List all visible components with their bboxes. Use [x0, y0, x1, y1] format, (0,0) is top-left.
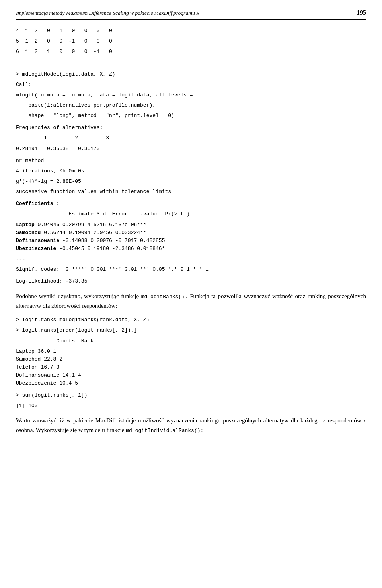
frequencies-header: Frequencies of alternatives: [16, 124, 366, 132]
page-title: Implementacja metody Maximum Difference … [16, 9, 199, 17]
signif-codes: Signif. codes: 0 '***' 0.001 '**' 0.01 '… [16, 266, 366, 273]
coeff-row-ubezpieczenie: Ubezpieczenie -0.45045 0.19180 -2.3486 0… [16, 245, 366, 253]
matrix-row-5: 5 1 2 0 0 -1 0 0 0 [16, 37, 366, 45]
coeff-row-dofinansowanie: Dofinansowanie -0.14088 0.20076 -0.7017 … [16, 237, 366, 245]
code-line-3: mlogit(formula = formula, data = logit.d… [16, 91, 366, 99]
page-header: Implementacja metody Maximum Difference … [16, 8, 366, 20]
rank-row-samochod: Samochod 22.8 2 [16, 356, 366, 363]
code-sum-2: [1] 100 [16, 402, 366, 410]
coeff-header: Coefficients : [16, 200, 366, 208]
paragraph2-func: mdLogitIndividualRanks(): [126, 428, 203, 434]
nr-g: g'(-H)^-1g = 2.88E-05 [16, 178, 366, 186]
paragraph-1: Podobne wyniki uzyskano, wykorzystując f… [16, 291, 366, 311]
nr-iterations: 4 iterations, 0h:0m:0s [16, 167, 366, 175]
code-line-1: > mdLogitModel(logit.data, X, Z) [16, 70, 366, 78]
code-line-2: Call: [16, 81, 366, 89]
signif-line: --- [16, 255, 366, 263]
paragraph1-func: mdLogitRanks(). [141, 294, 188, 300]
matrix-row-6: 6 1 2 1 0 0 0 -1 0 [16, 48, 366, 56]
code-ranks-1: > logit.ranks=mdLogitRanks(rank.data, X,… [16, 316, 366, 324]
rank-row-dofinansowanie: Dofinansowanie 14.1 4 [16, 371, 366, 379]
ranks-table-header: Counts Rank [16, 337, 366, 345]
code-line-4: paste(1:alternatives.per.profile.number)… [16, 102, 366, 109]
page-number: 195 [357, 8, 366, 18]
coeff-row-laptop: Laptop 0.94046 0.20799 4.5216 6.137e-06*… [16, 221, 366, 229]
log-likelihood: Log-Likelihood: -373.35 [16, 277, 366, 285]
code-line-5: shape = "long", method = "nr", print.lev… [16, 112, 366, 120]
matrix-row-4: 4 1 2 0 -1 0 0 0 0 [16, 27, 366, 35]
paragraph1-before: Podobne wyniki uzyskano, wykorzystując f… [16, 293, 141, 299]
code-ranks-2: > logit.ranks[order(logit.ranks[, 2]),] [16, 326, 366, 334]
coefficients-table: Laptop 0.94046 0.20799 4.5216 6.137e-06*… [16, 221, 366, 253]
nr-successive: successive function values within tolera… [16, 188, 366, 196]
frequencies-values: 0.28191 0.35638 0.36170 [16, 145, 366, 153]
paragraph-2: Warto zauważyć, iż w pakiecie MaxDiff is… [16, 416, 366, 435]
ranks-table: Laptop 36.0 1 Samochod 22.8 2 Telefon 16… [16, 348, 366, 388]
nr-method: nr method [16, 157, 366, 165]
coeff-row-samochod: Samochod 0.56244 0.19094 2.9456 0.003224… [16, 229, 366, 237]
rank-row-laptop: Laptop 36.0 1 [16, 348, 366, 356]
code-sum-1: > sum(logit.ranks[, 1]) [16, 391, 366, 399]
frequencies-numbers: 1 2 3 [16, 134, 366, 142]
coeff-col-headers: Estimate Std. Error t-value Pr(>|t|) [16, 210, 366, 218]
rank-row-ubezpieczenie: Ubezpieczenie 10.4 5 [16, 379, 366, 387]
rank-row-telefon: Telefon 16.7 3 [16, 363, 366, 371]
matrix-ellipsis: ... [16, 58, 366, 66]
